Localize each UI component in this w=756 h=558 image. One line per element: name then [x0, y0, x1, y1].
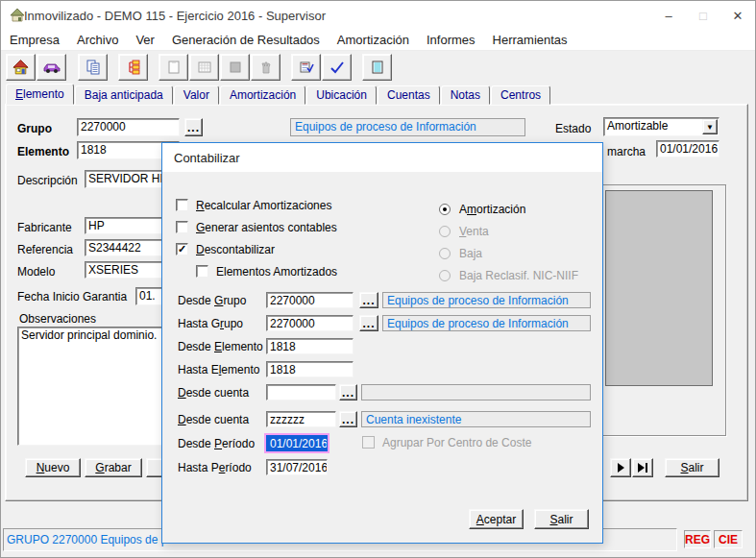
home-icon[interactable]	[6, 54, 36, 81]
grid-icon	[189, 54, 219, 81]
agrupar-por-centro-de-coste-checkbox	[362, 436, 375, 449]
venta-radio	[439, 226, 451, 237]
desde-elemento-2-input[interactable]: 1818	[266, 338, 354, 354]
recalcular-amortizaciones-checkbox[interactable]	[176, 199, 188, 211]
tab-valor[interactable]: Valor	[174, 85, 219, 105]
salir-button[interactable]: Salir	[665, 458, 719, 477]
form-check-icon[interactable]	[291, 54, 321, 81]
minimize-icon[interactable]: –	[651, 1, 686, 30]
tab-elemento[interactable]: Elemento	[6, 84, 74, 105]
desde-cuenta-4-input[interactable]	[266, 384, 336, 400]
toolbar	[1, 51, 755, 84]
grupo-input[interactable]: 2270000	[77, 118, 180, 136]
close-icon[interactable]: ✕	[720, 1, 755, 30]
tab-ubicacion[interactable]: Ubicación	[306, 85, 377, 105]
desde-grupo-0-input[interactable]: 2270000	[266, 292, 354, 308]
desde-periodo-6-input[interactable]: 01/01/2016	[266, 435, 328, 451]
desde-cuenta-5-browse-button[interactable]: ...	[339, 411, 357, 427]
modelo-label: Modelo	[17, 265, 55, 279]
menu-archivo[interactable]: Archivo	[68, 30, 127, 51]
hasta-grupo-1-input[interactable]: 2270000	[266, 315, 354, 331]
last-record-button[interactable]	[632, 458, 653, 477]
tab-notas[interactable]: Notas	[441, 85, 490, 105]
baja-reclasif-nic-niif-radio	[439, 270, 451, 281]
contabilizar-dialog: Contabilizar Recalcular AmortizacionesGe…	[161, 142, 603, 544]
menu-generacion-de-resultados[interactable]: Generación de Resultados	[163, 30, 329, 51]
tab-centros[interactable]: Centros	[491, 85, 550, 105]
tab-baja-anticipada[interactable]: Baja anticipada	[75, 85, 173, 105]
photo-placeholder	[605, 190, 713, 386]
venta-label: Venta	[459, 225, 489, 238]
amortizacion-radio[interactable]	[439, 204, 451, 215]
hasta-periodo-7-input[interactable]: 31/07/2016	[266, 459, 328, 475]
hasta-grupo-1-label: Hasta Grupo	[178, 317, 243, 330]
menu-informes[interactable]: Informes	[418, 30, 484, 51]
aceptar-button[interactable]: Aceptar	[469, 509, 524, 529]
grupo-browse-button[interactable]: ...	[184, 118, 203, 136]
status-cie-badge: CIE	[714, 530, 743, 548]
grupo-description: Equipos de proceso de Información	[290, 118, 525, 136]
grabar-button[interactable]: Grabar	[85, 458, 142, 477]
desde-cuenta-4-description	[361, 384, 591, 400]
app-icon	[10, 8, 25, 23]
elemento-label: Elemento	[17, 145, 69, 158]
baja-radio	[439, 248, 451, 259]
elementos-amortizados-label: Elementos Amortizados	[216, 265, 337, 279]
menu-empresa[interactable]: Empresa	[1, 30, 68, 51]
hasta-elemento-3-label: Hasta Elemento	[178, 363, 259, 376]
stop-icon	[220, 54, 250, 81]
next-record-button[interactable]	[610, 458, 631, 477]
title-bar: Inmovilizado - DEMO 115 - Ejercicio 2016…	[1, 1, 755, 30]
tab-amortizacion[interactable]: Amortización	[220, 85, 305, 105]
descripcion-label: Descripción	[17, 174, 78, 187]
puesta-en-marcha-label: marcha	[607, 145, 646, 158]
hand-icon	[251, 54, 280, 81]
observaciones-label: Observaciones	[19, 312, 96, 326]
tab-cuentas[interactable]: Cuentas	[378, 85, 440, 105]
desde-cuenta-4-label: Desde cuenta	[178, 386, 249, 400]
menu-bar: EmpresaArchivoVerGeneración de Resultado…	[1, 30, 755, 51]
desde-grupo-0-description: Equipos de proceso de Información	[382, 292, 591, 308]
dialog-title: Contabilizar	[174, 151, 240, 165]
hasta-periodo-7-label: Hasta Período	[178, 461, 252, 474]
estado-dropdown-icon[interactable]: ▼	[702, 119, 718, 134]
nuevo-button[interactable]: Nuevo	[25, 458, 81, 477]
elementos-amortizados-checkbox[interactable]	[196, 265, 208, 278]
hasta-elemento-3-input[interactable]: 1818	[266, 361, 354, 377]
hasta-grupo-1-description: Equipos de proceso de Información	[382, 315, 591, 331]
desde-grupo-0-label: Desde Grupo	[178, 294, 246, 307]
clipboard-icon	[159, 54, 188, 81]
car-icon[interactable]	[37, 54, 66, 81]
menu-amortizacion[interactable]: Amortización	[329, 30, 418, 51]
recalcular-amortizaciones-label: Recalcular Amortizaciones	[196, 199, 331, 212]
puesta-en-marcha-date[interactable]: 01/01/2016	[656, 140, 719, 158]
menu-ver[interactable]: Ver	[127, 30, 163, 51]
referencia-label: Referencia	[17, 243, 73, 256]
desde-cuenta-5-input[interactable]: zzzzzz	[266, 411, 336, 427]
descontabilizar-label: Descontabilizar	[196, 243, 275, 256]
check-icon[interactable]	[322, 54, 352, 81]
desde-cuenta-4-browse-button[interactable]: ...	[339, 384, 357, 400]
generar-asientos-contables-checkbox[interactable]	[176, 221, 188, 233]
org-tree-icon[interactable]	[118, 54, 148, 81]
dialog-salir-button[interactable]: Salir	[534, 509, 589, 529]
dialog-title-bar: Contabilizar	[162, 143, 602, 172]
maximize-icon[interactable]: □	[686, 1, 720, 30]
desde-periodo-6-label: Desde Período	[178, 437, 255, 450]
estado-label: Estado	[555, 122, 591, 135]
generar-asientos-contables-label: Generar asientos contables	[196, 221, 337, 234]
baja-reclasif-nic-niif-label: Baja Reclasif. NIC-NIIF	[459, 269, 578, 282]
notes-icon[interactable]	[362, 54, 392, 81]
copy-icon[interactable]	[78, 54, 108, 81]
amortizacion-label: Amortización	[459, 203, 525, 216]
menu-herramientas[interactable]: Herramientas	[484, 30, 576, 51]
desde-cuenta-5-label: Desde cuenta	[178, 413, 249, 426]
descontabilizar-checkbox[interactable]: ✓	[176, 243, 188, 255]
window-title: Inmovilizado - DEMO 115 - Ejercicio 2016…	[24, 9, 326, 23]
tab-strip: ElementoBaja anticipadaValorAmortización…	[6, 85, 551, 105]
grupo-label: Grupo	[17, 122, 52, 135]
desde-grupo-0-browse-button[interactable]: ...	[359, 292, 378, 308]
next-icon	[616, 463, 625, 473]
baja-label: Baja	[459, 247, 482, 260]
hasta-grupo-1-browse-button[interactable]: ...	[359, 315, 378, 331]
